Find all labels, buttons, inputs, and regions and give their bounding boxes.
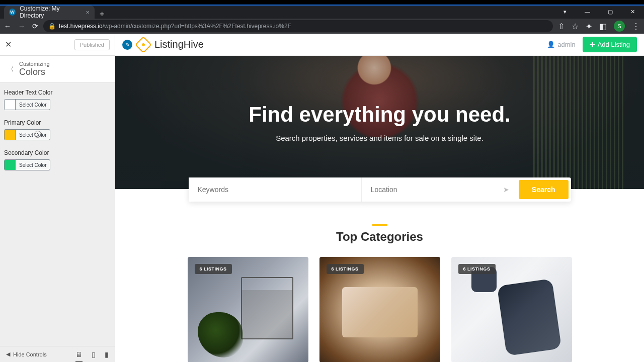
header-text-color-label: Header Text Color [4,89,111,96]
locate-icon[interactable]: ➤ [503,186,509,194]
crumb-sub: Customizing [19,61,50,67]
hero-subtitle: Search properties, services and items fo… [276,134,484,142]
admin-user-link[interactable]: 👤 admin [547,41,575,48]
listings-count-badge: 6 LISTINGS [327,264,364,274]
header-text-color-picker[interactable]: Select Color [4,99,50,110]
collapse-icon: ◀ [6,351,10,357]
edit-shortcut-icon[interactable]: ✎ [122,40,132,50]
hero-title: Find everything you need. [249,103,510,127]
user-icon: 👤 [547,41,555,48]
search-bar: ➤ Search [189,177,571,202]
new-tab-button[interactable]: + [95,10,109,19]
close-customizer-icon[interactable]: ✕ [5,40,12,49]
back-section-icon[interactable]: 〈 [7,65,14,74]
tab-title: Customize: My Directory [20,5,82,19]
maximize-icon[interactable]: ▢ [599,5,621,19]
plus-icon: ✚ [590,41,595,48]
forward-icon[interactable]: → [18,22,25,30]
listings-count-badge: 6 LISTINGS [458,264,496,274]
profile-avatar[interactable]: S [614,21,625,32]
keywords-input[interactable] [189,177,362,202]
swatch-icon [5,130,16,140]
site-preview: ✎ ListingHive 👤 admin ✚ Add Listing Find… [115,34,644,362]
close-window-icon[interactable]: ✕ [621,5,644,19]
site-title[interactable]: ListingHive [154,39,204,50]
browser-tabstrip: W Customize: My Directory × + ▾ ― ▢ ✕ [0,5,644,19]
reload-icon[interactable]: ⟳ [32,22,38,30]
search-button[interactable]: Search [519,180,569,199]
browser-tab[interactable]: W Customize: My Directory × [4,6,95,19]
browser-address-bar: ← → ⟳ 🔒 test.hivepress.io/wp-admin/custo… [0,19,644,34]
back-icon[interactable]: ← [4,22,11,30]
primary-color-picker[interactable]: Select Color [4,129,50,140]
sidepanel-icon[interactable]: ◧ [599,22,607,31]
category-card[interactable]: 6 LISTINGS [451,257,572,362]
menu-dots-icon[interactable]: ⋮ [632,22,640,31]
location-input[interactable] [362,186,516,194]
swatch-icon [5,100,16,110]
mobile-preview-icon[interactable]: ▮ [105,350,109,358]
bookmark-icon[interactable]: ☆ [572,22,579,31]
swatch-icon [5,160,16,170]
title-accent [372,224,387,226]
top-categories-heading: Top Categories [115,230,644,244]
secondary-color-picker[interactable]: Select Color [4,159,50,170]
lock-icon: 🔒 [48,23,56,30]
listings-count-badge: 6 LISTINGS [195,264,232,274]
hero-section: Find everything you need. Search propert… [115,56,644,189]
extensions-icon[interactable]: ✦ [586,22,592,31]
share-icon[interactable]: ⇧ [558,22,565,31]
crumb-title: Colors [19,67,50,77]
desktop-preview-icon[interactable]: 🖥 [75,350,83,363]
category-card[interactable]: 6 LISTINGS [319,257,440,362]
tab-close-icon[interactable]: × [86,9,90,16]
url-field[interactable]: 🔒 test.hivepress.io/wp-admin/customize.p… [43,20,553,32]
site-logo-icon[interactable] [135,36,152,53]
customizer-panel: ✕ Published 〈 Customizing Colors Header … [0,34,115,362]
tablet-preview-icon[interactable]: ▯ [92,350,96,358]
primary-color-label: Primary Color [4,119,111,126]
minimize-icon[interactable]: ― [576,5,599,19]
site-header: ✎ ListingHive 👤 admin ✚ Add Listing [115,34,644,56]
publish-status-button[interactable]: Published [74,39,110,50]
caret-down-icon[interactable]: ▾ [553,5,576,19]
wordpress-favicon: W [9,9,16,16]
categories-grid: 6 LISTINGS 6 LISTINGS 6 LISTINGS [115,257,644,362]
category-card[interactable]: 6 LISTINGS [188,257,308,362]
add-listing-button[interactable]: ✚ Add Listing [583,37,637,52]
secondary-color-label: Secondary Color [4,149,111,156]
hide-controls-button[interactable]: ◀ Hide Controls [6,351,47,357]
